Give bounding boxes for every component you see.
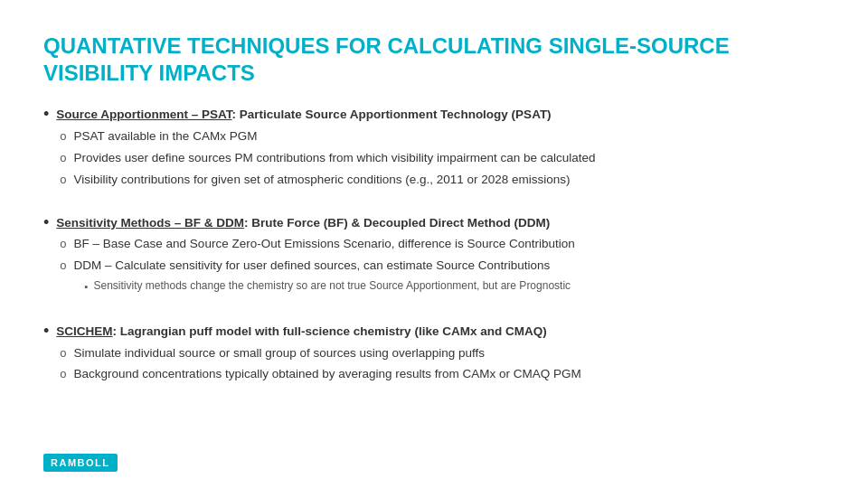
bullet-text-sensitivity: Sensitivity Methods – BF & DDM: Brute Fo…: [56, 215, 825, 302]
bullet-scichem: • SCICHEM: Lagrangian puff model with fu…: [43, 324, 825, 389]
bullet-sensitivity: • Sensitivity Methods – BF & DDM: Brute …: [43, 215, 825, 302]
sensitivity-label-bold: : Brute Force (BF) & Decoupled Direct Me…: [244, 216, 550, 230]
logo: RAMBOLL: [43, 454, 118, 472]
sub-bullet-2: o: [60, 150, 66, 166]
scichem-sub-text-1: Simulate individual source or small grou…: [74, 345, 825, 362]
psat-sub-1: o PSAT available in the CAMx PGM: [60, 128, 825, 145]
sensitivity-sub-list: o BF – Base Case and Source Zero-Out Emi…: [60, 236, 825, 296]
bullet-dot-psat: •: [43, 105, 49, 124]
slide-title: QUANTATIVE TECHNIQUES FOR CALCULATING SI…: [43, 33, 825, 87]
psat-sub-text-3: Visibility contributions for given set o…: [74, 172, 825, 189]
sub-bullet-1: o: [60, 128, 66, 145]
scichem-sub-list: o Simulate individual source or small gr…: [60, 345, 825, 384]
sub-bullet-scichem-1: o: [60, 345, 66, 361]
scichem-sub-1: o Simulate individual source or small gr…: [60, 345, 825, 362]
sensitivity-label-underline: Sensitivity Methods – BF & DDM: [56, 216, 244, 230]
sensitivity-sub-sub-text-1: Sensitivity methods change the chemistry…: [93, 278, 571, 294]
bullet-dot-sensitivity: •: [43, 213, 49, 232]
psat-label-underline: Source Apportionment – PSAT: [56, 108, 231, 121]
sensitivity-sub-sub-1: ▪ Sensitivity methods change the chemist…: [85, 278, 825, 294]
psat-sub-3: o Visibility contributions for given set…: [60, 172, 825, 189]
sensitivity-sub-text-2: DDM – Calculate sensitivity for user def…: [74, 258, 551, 272]
sensitivity-sub-2: o DDM – Calculate sensitivity for user d…: [60, 258, 825, 296]
sub-bullet-3: o: [60, 172, 66, 188]
slide: QUANTATIVE TECHNIQUES FOR CALCULATING SI…: [0, 0, 868, 488]
sensitivity-sub-text-1: BF – Base Case and Source Zero-Out Emiss…: [74, 236, 825, 253]
bullet-psat: • Source Apportionment – PSAT: Particula…: [43, 107, 825, 193]
bullet-text-psat: Source Apportionment – PSAT: Particulate…: [56, 107, 825, 193]
bullet-dot-scichem: •: [43, 322, 49, 341]
sensitivity-sub-1: o BF – Base Case and Source Zero-Out Emi…: [60, 236, 825, 253]
psat-sub-text-2: Provides user define sources PM contribu…: [74, 150, 825, 167]
main-bullet-list: • Source Apportionment – PSAT: Particula…: [43, 107, 825, 397]
psat-sub-text-1: PSAT available in the CAMx PGM: [74, 128, 825, 145]
sub-bullet-scichem-2: o: [60, 366, 66, 382]
slide-content: • Source Apportionment – PSAT: Particula…: [43, 107, 825, 397]
bullet-text-scichem: SCICHEM: Lagrangian puff model with full…: [56, 324, 825, 389]
sub-bullet-sens-1: o: [60, 236, 66, 252]
scichem-sub-text-2: Background concentrations typically obta…: [74, 366, 825, 383]
psat-sub-list: o PSAT available in the CAMx PGM o Provi…: [60, 128, 825, 189]
psat-sub-2: o Provides user define sources PM contri…: [60, 150, 825, 167]
scichem-label-bold: : Lagrangian puff model with full-scienc…: [113, 324, 547, 338]
psat-label-bold: : Particulate Source Apportionment Techn…: [232, 108, 552, 121]
scichem-label-underline: SCICHEM: [56, 324, 112, 338]
sub-bullet-sens-2: o: [60, 258, 66, 274]
scichem-sub-2: o Background concentrations typically ob…: [60, 366, 825, 383]
sub-sub-bullet-1: ▪: [85, 280, 89, 294]
sensitivity-sub-sub-list: ▪ Sensitivity methods change the chemist…: [85, 278, 825, 294]
